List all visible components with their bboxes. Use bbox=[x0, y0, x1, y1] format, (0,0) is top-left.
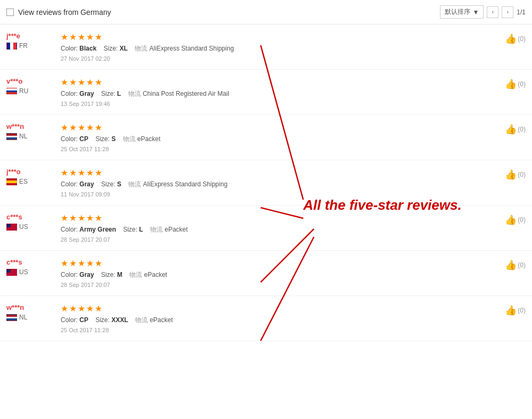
star-icon: ★ bbox=[78, 168, 85, 178]
header-right: 默认排序 ▼ ‹ › 1/1 bbox=[440, 5, 526, 19]
star-icon: ★ bbox=[86, 303, 94, 314]
star-icon: ★ bbox=[69, 122, 77, 133]
star-rating: ★★★★★ bbox=[61, 303, 487, 314]
star-icon: ★ bbox=[78, 213, 85, 223]
review-content: ★★★★★ Color: Army Green Size: L 物流 ePack… bbox=[54, 213, 494, 243]
review-date: 28 Sep 2017 20:07 bbox=[61, 236, 487, 243]
star-icon: ★ bbox=[78, 258, 85, 268]
like-section: 👍 (0) bbox=[494, 258, 526, 271]
like-section: 👍 (0) bbox=[494, 213, 526, 226]
review-date: 25 Oct 2017 11:28 bbox=[61, 146, 487, 152]
star-icon: ★ bbox=[86, 122, 94, 133]
color-label: Color: bbox=[61, 90, 78, 97]
shipping-value: ePacket bbox=[137, 135, 160, 143]
reviewer-info: w***n NL bbox=[6, 303, 54, 321]
star-icon: ★ bbox=[61, 168, 68, 178]
star-icon: ★ bbox=[95, 32, 102, 42]
star-icon: ★ bbox=[61, 213, 68, 223]
nav-prev-button[interactable]: ‹ bbox=[487, 6, 498, 18]
review-details: Color: Army Green Size: L 物流 ePacket bbox=[61, 225, 487, 234]
star-icon: ★ bbox=[61, 122, 68, 133]
color-value: Gray bbox=[79, 90, 94, 97]
review-content: ★★★★★ Color: Gray Size: S 物流 AliExpress … bbox=[54, 168, 494, 198]
reviewer-name: j***o bbox=[6, 168, 54, 176]
star-icon: ★ bbox=[86, 168, 94, 178]
like-count: (0) bbox=[518, 171, 526, 178]
star-icon: ★ bbox=[95, 168, 102, 178]
star-icon: ★ bbox=[69, 303, 77, 314]
star-icon: ★ bbox=[78, 122, 85, 133]
reviewer-country: NL bbox=[6, 133, 54, 140]
review-details: Color: CP Size: S 物流 ePacket bbox=[61, 135, 487, 144]
star-icon: ★ bbox=[95, 258, 102, 268]
color-label: Color: bbox=[61, 271, 78, 278]
like-section: 👍 (0) bbox=[494, 32, 526, 45]
like-icon[interactable]: 👍 bbox=[505, 33, 517, 45]
color-label: Color: bbox=[61, 226, 78, 233]
review-row: c***s US ★★★★★ Color: Army Green Size: L… bbox=[0, 206, 532, 251]
like-count: (0) bbox=[518, 126, 526, 133]
reviews-list: j***e FR ★★★★★ Color: Black Size: XL 物流 … bbox=[0, 24, 532, 341]
country-flag-icon bbox=[6, 133, 17, 140]
country-code: US bbox=[19, 223, 28, 231]
review-details: Color: CP Size: XXXL 物流 ePacket bbox=[61, 316, 487, 325]
star-icon: ★ bbox=[61, 77, 68, 87]
size-value: S bbox=[111, 135, 115, 143]
color-value: Army Green bbox=[79, 226, 116, 233]
review-row: c***s US ★★★★★ Color: Gray Size: M 物流 eP… bbox=[0, 251, 532, 296]
like-icon[interactable]: 👍 bbox=[505, 305, 517, 316]
sort-arrow-icon: ▼ bbox=[472, 9, 479, 16]
reviewer-info: j***o ES bbox=[6, 168, 54, 185]
filter-checkbox[interactable] bbox=[6, 9, 14, 16]
star-rating: ★★★★★ bbox=[61, 32, 487, 42]
review-row: v***o RU ★★★★★ Color: Gray Size: L 物流 Ch… bbox=[0, 70, 532, 115]
country-code: FR bbox=[19, 42, 28, 50]
like-section: 👍 (0) bbox=[494, 303, 526, 316]
review-details: Color: Gray Size: M 物流 ePacket bbox=[61, 270, 487, 280]
star-icon: ★ bbox=[78, 303, 85, 314]
color-label: Color: bbox=[61, 316, 78, 324]
shipping-label: 物流 bbox=[123, 135, 136, 143]
color-value: CP bbox=[79, 316, 88, 324]
like-icon[interactable]: 👍 bbox=[505, 214, 517, 226]
country-code: US bbox=[19, 268, 28, 276]
reviewer-name: c***s bbox=[6, 258, 54, 266]
like-icon[interactable]: 👍 bbox=[505, 259, 517, 271]
review-content: ★★★★★ Color: Gray Size: M 物流 ePacket 28 … bbox=[54, 258, 494, 288]
reviewer-country: NL bbox=[6, 314, 54, 321]
star-icon: ★ bbox=[95, 213, 102, 223]
star-icon: ★ bbox=[78, 32, 85, 42]
review-details: Color: Gray Size: S 物流 AliExpress Standa… bbox=[61, 180, 487, 189]
reviewer-name: w***n bbox=[6, 122, 54, 130]
size-label: Size: bbox=[101, 271, 115, 278]
review-details: Color: Black Size: XL 物流 AliExpress Stan… bbox=[61, 44, 487, 53]
star-icon: ★ bbox=[86, 32, 94, 42]
reviewer-country: US bbox=[6, 268, 54, 276]
shipping-value: AliExpress Standard Shipping bbox=[149, 45, 234, 52]
size-value: XXXL bbox=[111, 316, 128, 324]
country-code: RU bbox=[19, 87, 28, 95]
sort-button[interactable]: 默认排序 ▼ bbox=[440, 5, 484, 19]
page-info: 1/1 bbox=[517, 9, 526, 16]
country-code: NL bbox=[19, 133, 27, 140]
review-date: 25 Oct 2017 11:28 bbox=[61, 327, 487, 333]
like-count: (0) bbox=[518, 80, 526, 88]
review-date: 27 Nov 2017 02:20 bbox=[61, 55, 487, 62]
review-content: ★★★★★ Color: Black Size: XL 物流 AliExpres… bbox=[54, 32, 494, 62]
color-value: Gray bbox=[79, 271, 94, 278]
size-label: Size: bbox=[123, 226, 137, 233]
like-icon[interactable]: 👍 bbox=[505, 78, 517, 90]
size-label: Size: bbox=[101, 180, 115, 188]
review-row: w***n NL ★★★★★ Color: CP Size: S 物流 ePac… bbox=[0, 115, 532, 160]
like-section: 👍 (0) bbox=[494, 77, 526, 90]
header-left: View reviews from Germany bbox=[6, 8, 111, 17]
review-content: ★★★★★ Color: Gray Size: L 物流 China Post … bbox=[54, 77, 494, 107]
like-count: (0) bbox=[518, 216, 526, 224]
like-icon[interactable]: 👍 bbox=[505, 124, 517, 135]
star-icon: ★ bbox=[86, 258, 94, 268]
star-icon: ★ bbox=[61, 32, 68, 42]
nav-next-button[interactable]: › bbox=[502, 6, 513, 18]
country-flag-icon bbox=[6, 314, 17, 321]
star-rating: ★★★★★ bbox=[61, 168, 487, 178]
like-icon[interactable]: 👍 bbox=[505, 169, 517, 180]
